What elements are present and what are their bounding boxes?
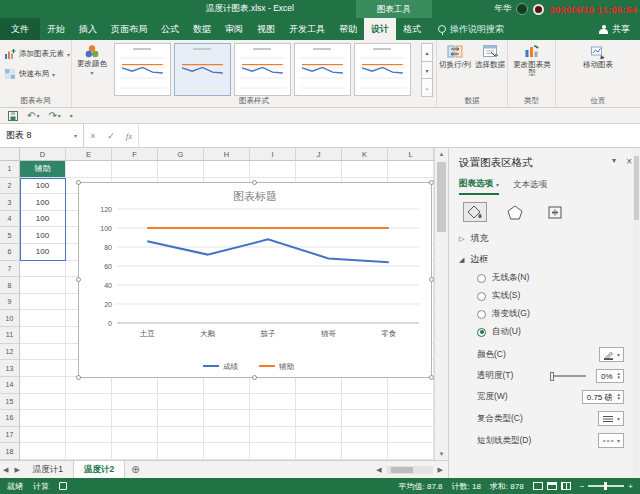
row-header[interactable]: 3	[0, 194, 19, 211]
column-header[interactable]: F	[112, 148, 158, 160]
macro-record-icon[interactable]	[59, 482, 67, 490]
fill-and-line-icon[interactable]	[463, 202, 487, 222]
ribbon-tab-7[interactable]: 视图	[250, 18, 282, 40]
cell-d4[interactable]: 100	[20, 211, 66, 228]
row-header[interactable]: 15	[0, 394, 19, 411]
transparency-spinner[interactable]: 0% ▲▼	[596, 369, 624, 383]
cell-d3[interactable]: 100	[20, 194, 66, 211]
row-header[interactable]: 14	[0, 377, 19, 394]
switch-row-column-button[interactable]: 切换行/列	[438, 44, 472, 69]
cell-d6[interactable]: 100	[20, 244, 66, 261]
zoom-out-icon[interactable]: −	[580, 482, 585, 491]
page-break-view-icon[interactable]	[561, 482, 571, 490]
row-header[interactable]: 7	[0, 261, 19, 278]
enter-icon[interactable]: ✓	[102, 124, 120, 147]
row-header[interactable]: 2	[0, 178, 19, 195]
share-button[interactable]: 共享	[589, 18, 640, 40]
row-header[interactable]: 18	[0, 443, 19, 460]
cell-d1[interactable]: 辅助	[20, 161, 66, 178]
border-option-2[interactable]: 实线(S)	[477, 290, 640, 302]
outline-color-button[interactable]: ▾	[599, 347, 624, 362]
redo-icon[interactable]: ↷▾	[48, 110, 60, 121]
ribbon-tab-11[interactable]: 格式	[396, 18, 428, 40]
row-header[interactable]: 12	[0, 344, 19, 361]
row-header[interactable]: 1	[0, 161, 19, 178]
cancel-icon[interactable]: ×	[84, 124, 102, 147]
sheet-nav-right-icon[interactable]: ▶	[11, 466, 22, 474]
row-header[interactable]: 6	[0, 244, 19, 261]
formula-input[interactable]	[138, 124, 640, 147]
width-spinner[interactable]: 0.75 磅 ▲▼	[582, 390, 624, 404]
scrollbar-thumb[interactable]	[634, 156, 639, 220]
transparency-slider[interactable]	[550, 375, 586, 377]
column-header[interactable]: E	[66, 148, 112, 160]
pane-scrollbar[interactable]	[633, 148, 640, 478]
sheet-tab-2[interactable]: 温度计2	[74, 461, 125, 478]
change-chart-type-button[interactable]: 更改图表类型	[511, 44, 553, 78]
save-icon[interactable]	[8, 111, 18, 121]
embedded-chart[interactable]: 图表标题020406080100120土豆大鹅茄子猫哥零食成绩辅助	[78, 182, 432, 378]
ribbon-tab-8[interactable]: 开发工具	[282, 18, 332, 40]
scrollbar-thumb[interactable]	[437, 162, 446, 232]
row-header[interactable]: 9	[0, 294, 19, 311]
column-header[interactable]: L	[388, 148, 434, 160]
tab-chart-options[interactable]: 图表选项 ▾	[459, 178, 499, 195]
tell-me-search[interactable]: 操作说明搜索	[438, 18, 504, 40]
dash-type-dropdown[interactable]: ▾	[598, 433, 624, 448]
horizontal-scrollbar[interactable]: ◀ ▶	[373, 461, 448, 478]
ribbon-tab-10[interactable]: 设计	[364, 18, 396, 40]
column-header[interactable]: I	[250, 148, 296, 160]
chart-resize-handle[interactable]	[76, 375, 81, 380]
chart-resize-handle[interactable]	[252, 375, 257, 380]
column-header[interactable]: J	[296, 148, 342, 160]
row-header[interactable]: 4	[0, 211, 19, 228]
row-header[interactable]: 11	[0, 327, 19, 344]
name-box[interactable]: 图表 8 ▾	[0, 124, 84, 147]
sheet-tab-1[interactable]: 温度计1	[23, 461, 74, 478]
chart-style-thumbnail[interactable]	[354, 43, 411, 96]
chart-resize-handle[interactable]	[76, 180, 81, 185]
gallery-up-icon[interactable]: ▴	[421, 43, 433, 62]
insert-function-icon[interactable]: fx	[120, 124, 138, 147]
change-colors-button[interactable]: 更改颜色 ▾	[75, 44, 109, 77]
scrollbar-thumb[interactable]	[391, 467, 413, 473]
select-data-button[interactable]: 选择数据	[473, 44, 507, 69]
add-chart-element-button[interactable]: 添加图表元素 ▾	[2, 45, 72, 63]
slider-thumb[interactable]	[604, 482, 607, 490]
quick-layout-button[interactable]: 快速布局 ▾	[2, 65, 57, 83]
row-header[interactable]: 8	[0, 277, 19, 294]
column-header[interactable]: K	[342, 148, 388, 160]
scroll-left-icon[interactable]: ◀	[373, 466, 384, 474]
cells-area[interactable]: 辅助100100100100100 图表标题020406080100120土豆大…	[20, 161, 434, 460]
move-chart-button[interactable]: 移动图表	[578, 44, 618, 69]
ribbon-tab-3[interactable]: 页面布局	[104, 18, 154, 40]
ribbon-tab-2[interactable]: 插入	[72, 18, 104, 40]
scrollbar-track[interactable]	[387, 466, 433, 474]
cell-d5[interactable]: 100	[20, 227, 66, 244]
vertical-scrollbar[interactable]: ▲ ▼	[434, 148, 448, 460]
zoom-in-icon[interactable]: +	[628, 482, 633, 491]
chart-style-thumbnail[interactable]	[114, 43, 171, 96]
scroll-down-icon[interactable]: ▼	[435, 448, 448, 460]
ribbon-tab-1[interactable]: 开始	[40, 18, 72, 40]
pane-close-icon[interactable]: ×	[626, 156, 632, 167]
undo-icon[interactable]: ↶▾	[27, 110, 39, 121]
ribbon-tab-9[interactable]: 帮助	[332, 18, 364, 40]
select-all-corner[interactable]	[0, 148, 20, 161]
border-option-3[interactable]: 渐变线(G)	[477, 308, 640, 320]
column-header[interactable]: G	[158, 148, 204, 160]
cell-d2[interactable]: 100	[20, 178, 66, 195]
tab-text-options[interactable]: 文本选项	[513, 178, 547, 195]
chart-resize-handle[interactable]	[252, 180, 257, 185]
page-layout-view-icon[interactable]	[547, 482, 557, 490]
chart-resize-handle[interactable]	[76, 277, 81, 282]
scroll-right-icon[interactable]: ▶	[435, 466, 446, 474]
row-header[interactable]: 17	[0, 427, 19, 444]
pane-options-icon[interactable]: ▾	[612, 156, 616, 165]
slider-thumb[interactable]	[550, 372, 554, 381]
size-properties-icon[interactable]	[543, 202, 567, 222]
row-header[interactable]: 10	[0, 310, 19, 327]
chart-style-thumbnail[interactable]	[234, 43, 291, 96]
ribbon-tab-5[interactable]: 数据	[186, 18, 218, 40]
chart-style-thumbnail[interactable]	[294, 43, 351, 96]
